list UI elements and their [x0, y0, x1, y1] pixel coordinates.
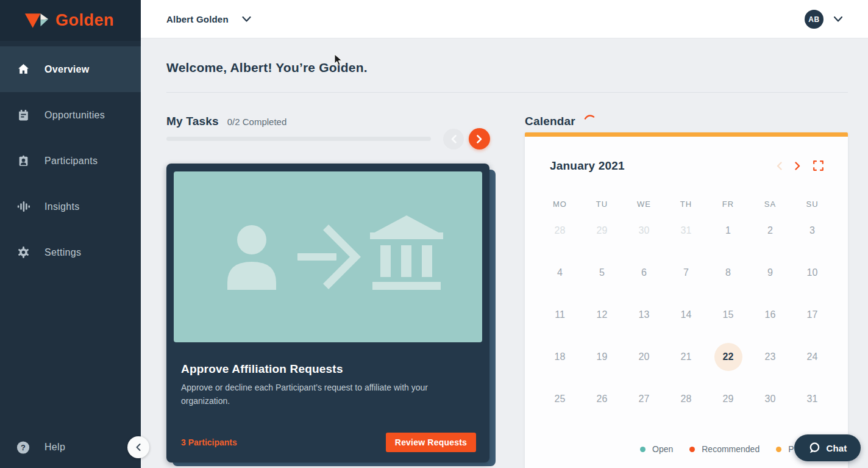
- calendar-day-31[interactable]: 31: [665, 209, 707, 251]
- sidebar-item-participants[interactable]: Participants: [0, 138, 141, 184]
- tasks-next-button[interactable]: [469, 128, 490, 149]
- calendar-day-3[interactable]: 3: [791, 209, 833, 251]
- calendar-title: Calendar: [525, 115, 575, 128]
- chat-button[interactable]: Chat: [794, 434, 861, 461]
- day-number: 5: [599, 267, 605, 278]
- sidebar-item-opportunities[interactable]: Opportunities: [0, 92, 141, 138]
- day-number: 20: [639, 351, 650, 362]
- task-card: Approve Affiliation Requests Approve or …: [166, 164, 489, 463]
- calendar-month-label: January 2021: [550, 159, 625, 173]
- day-number: 1: [725, 225, 731, 236]
- weekday-label: SU: [791, 200, 833, 209]
- calendar-day-18[interactable]: 18: [539, 336, 581, 378]
- calendar-day-2[interactable]: 2: [749, 209, 791, 251]
- calendar-day-25[interactable]: 25: [539, 378, 581, 420]
- day-number: 26: [597, 394, 608, 405]
- weekday-label: MO: [539, 200, 581, 209]
- calendar-day-24[interactable]: 24: [791, 336, 833, 378]
- day-number: 30: [639, 225, 650, 236]
- day-number: 18: [555, 351, 566, 362]
- legend-item-recommended: Recommended: [689, 444, 760, 454]
- user-menu[interactable]: AB: [805, 0, 842, 38]
- calendar-day-16[interactable]: 16: [749, 293, 791, 336]
- tasks-prev-button[interactable]: [443, 129, 464, 149]
- sidebar-item-label: Participants: [44, 156, 98, 167]
- calendar-day-29[interactable]: 29: [581, 209, 623, 251]
- home-icon: [16, 63, 30, 76]
- day-number: 23: [765, 351, 776, 362]
- calendar-day-27[interactable]: 27: [623, 378, 665, 420]
- weekday-label: SA: [749, 200, 791, 209]
- calendar-day-4[interactable]: 4: [539, 251, 581, 293]
- calendar-day-11[interactable]: 11: [539, 293, 581, 336]
- calendar-list-icon: [16, 109, 30, 122]
- sidebar: Golden OverviewOpportunitiesParticipants…: [0, 0, 141, 468]
- calendar-day-14[interactable]: 14: [665, 293, 707, 336]
- tasks-header: My Tasks 0/2 Completed: [166, 115, 286, 128]
- day-number: 4: [557, 267, 563, 278]
- calendar-day-9[interactable]: 9: [749, 251, 791, 293]
- calendar-expand-button[interactable]: [813, 160, 824, 171]
- chevron-right-icon: [477, 135, 482, 143]
- calendar-day-6[interactable]: 6: [623, 251, 665, 293]
- calendar-day-30[interactable]: 30: [623, 209, 665, 251]
- brand-name: Golden: [55, 11, 114, 30]
- calendar-nav: [777, 160, 824, 171]
- participants-link[interactable]: 3 Participants: [181, 437, 237, 447]
- review-requests-button[interactable]: Review Requests: [386, 433, 476, 452]
- expand-icon: [813, 160, 824, 171]
- app-root: Golden OverviewOpportunitiesParticipants…: [0, 0, 868, 468]
- chat-label: Chat: [826, 443, 847, 453]
- sidebar-item-help[interactable]: ? Help: [0, 433, 141, 461]
- calendar-day-28[interactable]: 28: [539, 209, 581, 251]
- calendar-day-5[interactable]: 5: [581, 251, 623, 293]
- calendar-day-17[interactable]: 17: [791, 293, 833, 336]
- calendar-day-7[interactable]: 7: [665, 251, 707, 293]
- day-number: 12: [597, 309, 608, 320]
- day-number: 13: [639, 309, 650, 320]
- page-title: Welcome, Albert! You’re Golden.: [166, 60, 368, 75]
- chevron-down-icon: [242, 16, 251, 22]
- calendar-next-month-button[interactable]: [795, 162, 800, 170]
- calendar-day-29[interactable]: 29: [707, 378, 749, 420]
- sidebar-item-overview[interactable]: Overview: [0, 46, 141, 92]
- sidebar-collapse-button[interactable]: [127, 436, 149, 458]
- account-switcher[interactable]: Albert Golden: [166, 0, 251, 38]
- calendar-day-20[interactable]: 20: [623, 336, 665, 378]
- calendar-day-31[interactable]: 31: [791, 378, 833, 420]
- legend-dot-icon: [776, 447, 781, 452]
- chevron-down-icon: [834, 16, 842, 22]
- calendar-day-21[interactable]: 21: [665, 336, 707, 378]
- day-number: 24: [807, 351, 818, 362]
- calendar-day-30[interactable]: 30: [749, 378, 791, 420]
- sidebar-item-settings[interactable]: Settings: [0, 229, 141, 275]
- calendar-day-19[interactable]: 19: [581, 336, 623, 378]
- calendar-day-23[interactable]: 23: [749, 336, 791, 378]
- calendar-day-26[interactable]: 26: [581, 378, 623, 420]
- avatar[interactable]: AB: [805, 10, 824, 29]
- badge-icon: [16, 154, 30, 168]
- day-number: 2: [767, 225, 773, 236]
- person-arrow-bank-icon: [174, 171, 482, 342]
- day-number: 9: [767, 267, 773, 278]
- weekday-label: TH: [665, 200, 707, 209]
- calendar-day-1[interactable]: 1: [707, 209, 749, 251]
- calendar-day-22-selected[interactable]: 22: [707, 336, 749, 378]
- sidebar-item-insights[interactable]: Insights: [0, 184, 141, 229]
- calendar-prev-month-button[interactable]: [777, 162, 782, 170]
- task-card-footer: 3 Participants Review Requests: [181, 433, 476, 452]
- calendar-day-15[interactable]: 15: [707, 293, 749, 336]
- affiliation-illustration: [174, 171, 482, 342]
- calendar-day-13[interactable]: 13: [623, 293, 665, 336]
- legend-label: P: [788, 444, 794, 454]
- sidebar-item-label: Opportunities: [44, 110, 105, 121]
- calendar-day-12[interactable]: 12: [581, 293, 623, 336]
- day-number: 3: [809, 225, 815, 236]
- chevron-left-icon: [777, 162, 782, 170]
- day-number: 15: [723, 309, 734, 320]
- calendar-day-28[interactable]: 28: [665, 378, 707, 420]
- day-number: 22: [723, 351, 734, 362]
- calendar-day-10[interactable]: 10: [791, 251, 833, 293]
- calendar-day-8[interactable]: 8: [707, 251, 749, 293]
- brand-logo[interactable]: Golden: [0, 0, 141, 41]
